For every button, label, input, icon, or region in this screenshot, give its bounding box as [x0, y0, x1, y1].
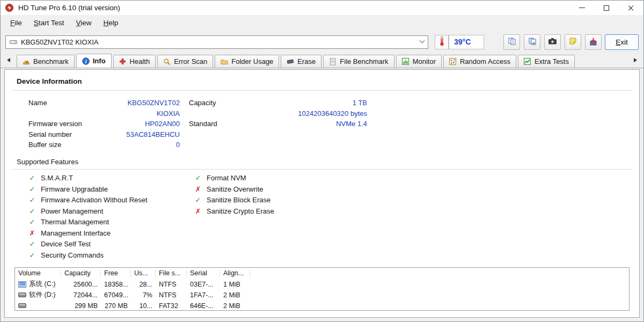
tab-scroll-left-button[interactable]	[4, 54, 13, 66]
maximize-icon	[604, 5, 609, 11]
cell: 2 MiB	[220, 291, 250, 299]
svg-text:i: i	[85, 58, 86, 64]
tab-monitor[interactable]: Monitor	[396, 55, 442, 68]
screenshot-button[interactable]	[544, 34, 561, 50]
copy-image-button[interactable]	[524, 34, 540, 50]
supported-features-title: Supported Features	[12, 153, 632, 169]
copy-text-icon	[508, 37, 516, 47]
toolbar-buttons	[503, 34, 602, 50]
cell: 72044...	[61, 291, 101, 299]
menu-file[interactable]: File	[5, 17, 27, 29]
field-value: 53AC814BEHCU	[104, 129, 180, 140]
volume-cell: 软件 (D:)	[15, 290, 61, 299]
menu-view[interactable]: View	[71, 17, 97, 29]
column-header[interactable]: File s...	[156, 269, 187, 277]
feature-label: Power Management	[41, 207, 103, 215]
tab-strip: BenchmarkiInfoHealthError ScanFolder Usa…	[17, 54, 631, 68]
camera-icon	[548, 37, 557, 47]
tab-file-benchmark[interactable]: File Benchmark	[323, 55, 394, 68]
feature-label: Sanitize Overwrite	[207, 185, 263, 193]
cross-icon: ✗	[194, 185, 202, 193]
cell: 270 MB	[101, 302, 131, 310]
tab-label: Benchmark	[33, 57, 69, 65]
field-label: Serial number	[28, 129, 104, 140]
check-icon: ✓	[28, 218, 36, 226]
minimize-button[interactable]	[569, 1, 594, 15]
tab-folder-usage[interactable]: Folder Usage	[215, 55, 279, 68]
volume-cell	[15, 303, 61, 308]
random-access-icon	[449, 58, 457, 65]
check-icon: ✓	[28, 174, 36, 182]
menu-start-test[interactable]: Start Test	[28, 17, 70, 29]
feature-label: Management Interface	[41, 229, 111, 237]
table-row[interactable]: 软件 (D:)72044...67049...7%NTFS1FA7-...2 M…	[15, 290, 629, 301]
supported-features-list: ✓S.M.A.R.T✓Firmware Upgradable✓Firmware …	[12, 170, 632, 261]
feature-label: S.M.A.R.T	[41, 174, 73, 182]
column-header[interactable]: Capacity	[61, 269, 101, 277]
save-results-button[interactable]	[565, 34, 581, 50]
cell: 25600...	[61, 281, 101, 288]
field-value: 1 TB	[253, 98, 367, 108]
field-label: Name	[28, 98, 104, 119]
feature-label: Firmware Activation Without Reset	[41, 196, 148, 204]
device-fields: NameKBG50ZNV1T02 KIOXIAFirmware versionH…	[12, 91, 632, 153]
temperature-icon-box	[435, 35, 449, 49]
drive-select[interactable]: KBG50ZNV1T02 KIOXIA	[5, 35, 428, 49]
copy-text-button[interactable]	[503, 34, 520, 50]
title-bar: HD Tune Pro 6.10 (trial version)	[1, 1, 643, 15]
tab-benchmark[interactable]: Benchmark	[17, 55, 75, 68]
feature-item: ✓Format NVM	[194, 173, 274, 184]
feature-item: ✓Firmware Upgradable	[28, 184, 194, 195]
close-icon	[628, 5, 634, 11]
column-header[interactable]: Us...	[131, 269, 156, 277]
close-button[interactable]	[619, 1, 643, 15]
column-header[interactable]: Free	[101, 269, 131, 277]
health-icon	[119, 58, 127, 65]
window-controls	[569, 1, 643, 15]
device-fields-left: NameKBG50ZNV1T02 KIOXIAFirmware versionH…	[28, 98, 180, 150]
tab-health[interactable]: Health	[113, 55, 156, 68]
feature-label: Security Commands	[41, 251, 104, 259]
tab-random-access[interactable]: Random Access	[443, 55, 516, 68]
save-note-icon	[569, 37, 577, 47]
tab-scroll-right-button[interactable]	[631, 54, 640, 66]
cell: 299 MB	[61, 302, 101, 310]
table-row[interactable]: 299 MB270 MB10...FAT32646E-...2 MiB	[15, 301, 629, 311]
cell: 7%	[131, 291, 156, 299]
tab-info[interactable]: iInfo	[76, 54, 112, 68]
check-icon: ✓	[194, 196, 202, 204]
chevron-down-icon	[420, 38, 425, 43]
field-label: Standard	[189, 119, 253, 129]
volume-cell: 系统 (C:)	[15, 280, 61, 289]
exit-button[interactable]: Exit	[605, 34, 639, 50]
check-icon: ✓	[194, 174, 202, 182]
menu-help[interactable]: Help	[98, 17, 124, 29]
field-value: KBG50ZNV1T02 KIOXIA	[104, 98, 180, 119]
tab-error-scan[interactable]: Error Scan	[157, 55, 213, 68]
volume-name: 系统 (C:)	[29, 280, 55, 289]
field-label	[189, 108, 253, 119]
tab-label: Folder Usage	[231, 57, 273, 65]
tab-extra-tests[interactable]: Extra Tests	[518, 55, 575, 68]
maximize-button[interactable]	[594, 1, 619, 15]
folder-usage-icon	[221, 58, 228, 65]
cell: 67049...	[101, 291, 131, 299]
cell: 28...	[131, 281, 156, 288]
upload-results-button[interactable]	[585, 34, 602, 50]
column-header[interactable]: Align...	[220, 269, 250, 277]
tab-erase[interactable]: Erase	[281, 55, 321, 68]
cell: 18358...	[101, 281, 131, 288]
check-icon: ✓	[28, 196, 36, 204]
info-panel: Device Information NameKBG50ZNV1T02 KIOX…	[4, 69, 640, 318]
feature-label: Format NVM	[207, 174, 246, 182]
field-value: HP02AN00	[104, 119, 180, 129]
column-header[interactable]: Serial	[187, 269, 220, 277]
tab-label: Extra Tests	[535, 57, 569, 65]
table-row[interactable]: 系统 (C:)25600...18358...28...NTFS03E7-...…	[15, 279, 629, 290]
c-drive-icon	[18, 281, 26, 288]
erase-icon	[287, 58, 294, 65]
column-header[interactable]: Volume	[15, 269, 61, 277]
field-value: NVMe 1.4	[253, 119, 367, 129]
app-icon	[5, 3, 14, 12]
tab-bar: BenchmarkiInfoHealthError ScanFolder Usa…	[1, 53, 643, 68]
